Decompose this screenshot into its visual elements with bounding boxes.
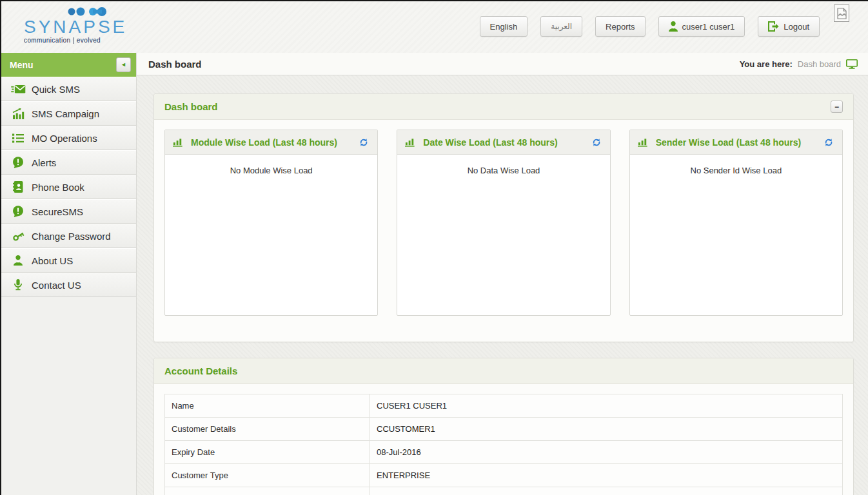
chevron-left-icon: ◄ — [121, 61, 126, 68]
dashboard-panel-title: Dash board — [164, 101, 218, 112]
refresh-icon — [592, 138, 601, 147]
table-row: Customer Details CCUSTOMER1 — [165, 418, 843, 441]
row-label: Customer Details — [165, 418, 370, 441]
reports-button[interactable]: Reports — [595, 16, 646, 37]
reports-button-label: Reports — [606, 22, 635, 32]
minimize-button[interactable]: − — [831, 101, 843, 113]
list-icon — [10, 133, 26, 143]
header-buttons: English العربية Reports cuser1 cuser1 — [480, 16, 820, 37]
dashboard-panel-header: Dash board − — [154, 94, 853, 120]
table-row: Customer Type ENTERPRISE — [165, 464, 843, 487]
bar-chart-icon — [638, 137, 649, 147]
brand-tagline: communication | evolved — [24, 37, 127, 44]
bar-chart-icon — [173, 137, 184, 147]
sidebar-menu-header: Menu ◄ — [1, 53, 136, 77]
sidebar-item-secure-sms[interactable]: SecureSMS — [1, 199, 136, 224]
top-header: SYNAPSE communication | evolved English … — [1, 1, 868, 53]
card-title: Date Wise Load (Last 48 hours) — [423, 137, 590, 148]
row-label: Customer Type — [165, 464, 370, 487]
row-value: 08-Jul-2016 — [370, 441, 843, 464]
account-details-panel: Account Details Name CUSER1 CUSER1 Custo… — [153, 358, 854, 495]
account-panel-body: Name CUSER1 CUSER1 Customer Details CCUS… — [154, 384, 853, 495]
english-button[interactable]: English — [480, 16, 528, 37]
row-value: CCUSTOMER1 — [370, 418, 843, 441]
refresh-icon — [359, 138, 368, 147]
breadcrumb-label: You are here: — [740, 59, 793, 69]
card-title: Sender Wise Load (Last 48 hours) — [656, 137, 823, 148]
key-icon — [10, 230, 26, 242]
sidebar-item-contact-us[interactable]: Contact US — [1, 273, 136, 297]
sidebar-item-phone-book[interactable]: Phone Book — [1, 175, 136, 199]
sidebar-item-change-password[interactable]: Change Password — [1, 224, 136, 248]
content-header: Dash board You are here: Dash board — [137, 53, 868, 75]
user-button[interactable]: cuser1 cuser1 — [658, 16, 745, 37]
refresh-button[interactable] — [358, 137, 370, 148]
refresh-button[interactable] — [823, 137, 834, 148]
breadcrumb-current-page: Dash board — [798, 59, 841, 69]
sidebar-collapse-button[interactable]: ◄ — [116, 57, 131, 72]
card-body: No Module Wise Load — [165, 155, 377, 175]
sidebar-nav: Quick SMS SMS Campaign — [1, 77, 136, 297]
account-panel-header: Account Details — [154, 358, 853, 384]
logout-button[interactable]: Logout — [758, 16, 820, 37]
arabic-button[interactable]: العربية — [540, 16, 582, 37]
menu-title: Menu — [10, 60, 34, 70]
brand-name: SYNAPSE — [24, 18, 127, 36]
card-header: Sender Wise Load (Last 48 hours) — [630, 130, 842, 155]
page-title: Dash board — [148, 59, 202, 70]
empty-state-text: No Module Wise Load — [230, 166, 313, 175]
row-label: Credit System — [165, 487, 370, 495]
bar-chart-icon — [405, 137, 416, 147]
logout-button-label: Logout — [784, 22, 809, 32]
row-label: Expiry Date — [165, 441, 370, 464]
envelope-icon — [10, 84, 26, 94]
phone-book-icon — [10, 181, 26, 193]
sidebar-item-about-us[interactable]: About US — [1, 248, 136, 273]
logo-dots-icon — [68, 5, 108, 18]
alert-bubble-icon — [10, 157, 26, 168]
english-button-label: English — [490, 22, 518, 32]
bar-chart-icon — [10, 108, 26, 119]
card-title: Module Wise Load (Last 48 hours) — [191, 137, 358, 148]
table-row: Credit System POSTPAID — [165, 487, 843, 495]
broken-image-icon — [834, 5, 849, 22]
user-icon — [669, 21, 678, 32]
sidebar-item-quick-sms[interactable]: Quick SMS — [1, 77, 136, 101]
dashboard-panel: Dash board − Module W — [153, 93, 854, 342]
sidebar-item-label: Alerts — [32, 157, 56, 168]
breadcrumb: You are here: Dash board — [740, 59, 858, 69]
sidebar-item-label: Change Password — [32, 231, 111, 242]
sidebar-item-label: Quick SMS — [32, 84, 80, 95]
row-value: ENTERPRISE — [370, 464, 843, 487]
row-value: POSTPAID — [370, 487, 843, 495]
alert-bubble-icon — [10, 206, 26, 217]
sidebar-item-mo-operations[interactable]: MO Operations — [1, 126, 136, 150]
table-row: Expiry Date 08-Jul-2016 — [165, 441, 843, 464]
monitor-icon — [846, 59, 858, 69]
card-date-wise-load: Date Wise Load (Last 48 hours) — [397, 130, 610, 316]
sidebar-item-label: About US — [32, 255, 73, 266]
user-button-label: cuser1 cuser1 — [682, 22, 735, 32]
sidebar-item-alerts[interactable]: Alerts — [1, 150, 136, 175]
sidebar-item-label: MO Operations — [32, 133, 97, 144]
row-value: CUSER1 CUSER1 — [370, 394, 843, 418]
arabic-button-label: العربية — [551, 22, 572, 31]
page: SYNAPSE communication | evolved English … — [0, 0, 868, 495]
microphone-icon — [10, 279, 26, 291]
sidebar-item-label: Contact US — [32, 280, 81, 291]
refresh-icon — [824, 138, 833, 147]
card-body: No Data Wise Load — [397, 155, 609, 175]
table-row: Name CUSER1 CUSER1 — [165, 394, 843, 418]
empty-state-text: No Data Wise Load — [468, 166, 540, 175]
user-icon — [10, 255, 26, 266]
account-details-table: Name CUSER1 CUSER1 Customer Details CCUS… — [164, 394, 843, 495]
main-content: Dash board − Module W — [137, 75, 868, 495]
row-label: Name — [165, 394, 370, 418]
card-sender-wise-load: Sender Wise Load (Last 48 hours) — [629, 130, 843, 316]
card-body: No Sender Id Wise Load — [630, 155, 842, 175]
dashboard-cards: Module Wise Load (Last 48 hours) — [154, 120, 853, 342]
card-module-wise-load: Module Wise Load (Last 48 hours) — [164, 130, 378, 316]
refresh-button[interactable] — [591, 137, 602, 148]
sidebar-item-sms-campaign[interactable]: SMS Campaign — [1, 101, 136, 126]
account-panel-title: Account Details — [164, 365, 237, 376]
